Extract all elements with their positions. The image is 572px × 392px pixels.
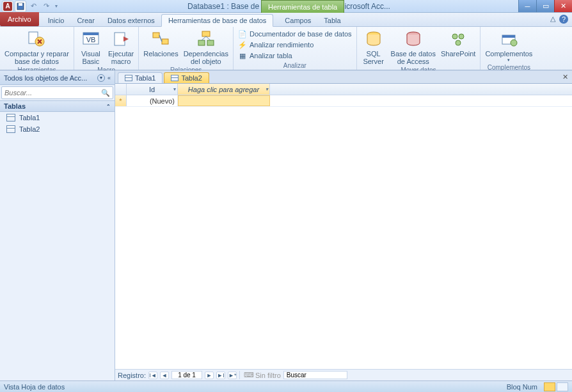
addins-label: Complementos xyxy=(485,50,532,58)
group-relaciones: Relaciones Dependencias del objeto Relac… xyxy=(139,27,234,70)
database-documenter-label: Documentador de base de datos xyxy=(250,30,352,38)
window-controls: ─ ▭ ✕ xyxy=(518,0,572,12)
tab-inicio[interactable]: Inicio xyxy=(42,15,71,26)
column-header-add[interactable]: Haga clic para agregar▾ xyxy=(178,84,270,95)
sql-server-button[interactable]: SQL Server xyxy=(360,28,388,66)
next-record-button[interactable]: ► xyxy=(205,372,214,379)
maximize-button[interactable]: ▭ xyxy=(536,0,554,12)
first-record-button[interactable]: I◄ xyxy=(148,372,157,379)
sharepoint-label: SharePoint xyxy=(441,50,475,58)
visual-basic-label: Visual Basic xyxy=(81,50,100,65)
analyze-performance-label: Analizar rendimiento xyxy=(250,41,314,49)
relationships-button[interactable]: Relaciones xyxy=(141,28,180,58)
compact-repair-label: Compactar y reparar base de datos xyxy=(4,50,69,65)
new-record-selector[interactable]: * xyxy=(115,95,127,106)
select-all-cell[interactable] xyxy=(115,84,127,95)
run-macro-label: Ejecutar macro xyxy=(108,50,134,65)
nav-header[interactable]: Todos los objetos de Acc... ▾ « xyxy=(0,71,115,85)
column-dropdown-icon[interactable]: ▾ xyxy=(173,86,176,92)
svg-text:VB: VB xyxy=(86,36,96,43)
close-button[interactable]: ✕ xyxy=(554,0,572,12)
nav-search-wrap: 🔍 xyxy=(1,86,113,99)
svg-rect-12 xyxy=(207,40,214,45)
nav-group-label: Tablas xyxy=(4,102,26,110)
last-record-button[interactable]: ►I xyxy=(216,372,225,379)
table-icon xyxy=(6,125,15,133)
undo-button[interactable]: ↶ xyxy=(28,1,39,12)
group-analizar: 📄Documentador de base de datos ⚡Analizar… xyxy=(234,27,357,70)
addins-button[interactable]: Complementos ▾ xyxy=(483,28,534,63)
group-herramientas: Compactar y reparar base de datos Herram… xyxy=(0,27,74,70)
tab-herramientas-bd[interactable]: Herramientas de base de datos xyxy=(161,14,273,27)
record-search-input[interactable] xyxy=(283,371,347,379)
tab-crear[interactable]: Crear xyxy=(70,15,101,26)
datasheet-header: Id▾ Haga clic para agregar▾ xyxy=(115,84,572,95)
column-dropdown-icon[interactable]: ▾ xyxy=(266,86,268,92)
minimize-button[interactable]: ─ xyxy=(518,0,536,12)
column-header-id[interactable]: Id▾ xyxy=(127,84,178,95)
sharepoint-button[interactable]: SharePoint xyxy=(439,28,477,58)
access-database-button[interactable]: Base de datos de Access xyxy=(389,28,438,66)
nav-item-tabla1[interactable]: Tabla1 xyxy=(0,112,115,123)
tab-campos[interactable]: Campos xyxy=(278,15,317,26)
nav-item-tabla2[interactable]: Tabla2 xyxy=(0,123,115,135)
addins-dropdown-icon: ▾ xyxy=(507,58,510,63)
no-filter-indicator[interactable]: ⌨Sin filtro xyxy=(239,371,281,379)
qat-dropdown-icon[interactable]: ▾ xyxy=(53,3,60,9)
status-numlock: Bloq Num xyxy=(507,383,537,391)
cell-add-new[interactable] xyxy=(178,95,270,106)
cell-id-new[interactable]: (Nuevo) xyxy=(127,95,178,106)
help-button[interactable]: ? xyxy=(559,15,568,24)
svg-rect-1 xyxy=(19,3,22,6)
doc-tab-tabla2[interactable]: Tabla2 xyxy=(164,72,209,83)
compact-repair-button[interactable]: Compactar y reparar base de datos xyxy=(3,28,71,66)
object-dependencies-icon xyxy=(196,29,216,49)
collapse-group-icon[interactable]: ⌃ xyxy=(106,104,111,109)
doc-tab-label: Tabla2 xyxy=(181,74,202,82)
quick-access-toolbar: A ↶ ↷ ▾ xyxy=(0,1,60,12)
run-macro-button[interactable]: Ejecutar macro xyxy=(106,28,136,66)
record-position-input[interactable] xyxy=(171,371,202,379)
analyze-table-button[interactable]: ▦Analizar tabla xyxy=(236,51,354,61)
new-record-row[interactable]: * (Nuevo) xyxy=(115,95,572,107)
nav-search-input[interactable] xyxy=(2,89,99,97)
new-record-button[interactable]: ►* xyxy=(228,372,237,379)
access-database-icon xyxy=(403,29,424,49)
group-macro: VB Visual Basic Ejecutar macro Macro xyxy=(74,27,139,70)
filter-icon: ⌨ xyxy=(244,371,254,379)
visual-basic-button[interactable]: VB Visual Basic xyxy=(77,28,105,66)
redo-button[interactable]: ↷ xyxy=(40,1,52,12)
save-button[interactable] xyxy=(15,1,26,12)
analyze-performance-button[interactable]: ⚡Analizar rendimiento xyxy=(236,40,354,50)
close-icon: ✕ xyxy=(562,73,568,81)
svg-rect-11 xyxy=(198,40,205,45)
minimize-ribbon-button[interactable]: △ xyxy=(550,15,555,24)
access-logo-icon: A xyxy=(3,2,12,11)
table-icon xyxy=(171,75,179,81)
nav-group-tablas[interactable]: Tablas ⌃ xyxy=(0,100,115,112)
datasheet-view-button[interactable] xyxy=(544,382,555,391)
app-menu-button[interactable]: A xyxy=(2,1,13,12)
database-documenter-button[interactable]: 📄Documentador de base de datos xyxy=(236,29,354,39)
object-dependencies-button[interactable]: Dependencias del objeto xyxy=(182,28,230,66)
group-mover-datos: SQL Server Base de datos de Access Share… xyxy=(357,27,481,70)
group-complementos: Complementos ▾ Complementos xyxy=(481,27,537,70)
doc-tab-tabla1[interactable]: Tabla1 xyxy=(118,72,163,83)
sharepoint-icon xyxy=(448,29,468,49)
svg-rect-19 xyxy=(502,35,515,38)
access-database-label: Base de datos de Access xyxy=(391,50,436,65)
maximize-icon: ▭ xyxy=(543,2,549,10)
search-icon[interactable]: 🔍 xyxy=(99,89,113,97)
prev-record-button[interactable]: ◄ xyxy=(160,372,169,379)
relationships-label: Relaciones xyxy=(143,50,178,58)
doc-close-button[interactable]: ✕ xyxy=(562,73,568,81)
design-view-button[interactable] xyxy=(557,382,568,391)
svg-point-16 xyxy=(459,34,464,39)
close-icon: ✕ xyxy=(560,2,566,10)
file-tab[interactable]: Archivo xyxy=(0,12,39,26)
tab-tabla[interactable]: Tabla xyxy=(317,15,347,26)
tab-datos-externos[interactable]: Datos externos xyxy=(101,15,161,26)
nav-dropdown-icon[interactable]: ▾ xyxy=(97,74,105,82)
ribbon: Compactar y reparar base de datos Herram… xyxy=(0,27,572,70)
nav-collapse-button[interactable]: « xyxy=(107,75,111,81)
